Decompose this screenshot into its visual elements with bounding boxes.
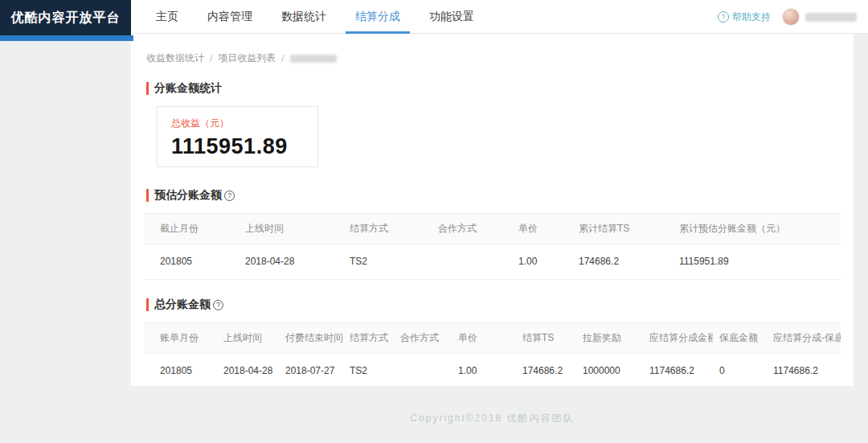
- cell-cooperation-method: [394, 354, 452, 387]
- section-title-estimated-split: 预估分账金额 ?: [144, 188, 841, 203]
- section-accent-bar: [146, 189, 149, 202]
- tab-function-settings[interactable]: 功能设置: [420, 0, 484, 34]
- cell-cooperation-method: [432, 244, 512, 280]
- col-header: 结算TS: [516, 323, 576, 354]
- col-header: 保底金额: [713, 323, 767, 354]
- cell-share-minus-guarantee: 1174686.2: [767, 354, 841, 387]
- cell-settlement-method: TS2: [343, 354, 394, 387]
- cell-online-time: 2018-04-28: [217, 354, 279, 387]
- col-header: 累计结算TS: [572, 214, 673, 244]
- breadcrumb-separator: /: [210, 53, 212, 64]
- tab-settlement-share[interactable]: 结算分成: [346, 0, 410, 34]
- section-title-total-split: 总分账金额 ?: [144, 297, 841, 312]
- total-revenue-card: 总收益（元） 1115951.89: [157, 106, 318, 167]
- table-row: 201805 2018-04-28 TS2 1.00 174686.2 1115…: [144, 244, 841, 280]
- cell-settlement-ts: 174686.2: [516, 354, 576, 387]
- cell-deadline-month: 201805: [144, 244, 239, 280]
- cell-cumulative-estimated-amount: 1115951.89: [673, 244, 841, 280]
- help-icon[interactable]: ?: [213, 300, 223, 310]
- cell-unit-price: 1.00: [452, 354, 516, 387]
- breadcrumb-item-project-revenue-list[interactable]: 项目收益列表: [218, 51, 276, 65]
- help-support-link[interactable]: ? 帮助支持: [718, 10, 771, 24]
- section-title-text: 总分账金额: [154, 297, 211, 312]
- table-header-row: 账单月份 上线时间 付费结束时间 结算方式 合作方式 单价 结算TS 拉新奖励 …: [144, 323, 841, 354]
- total-revenue-label: 总收益（元）: [171, 117, 304, 130]
- header-right: ? 帮助支持: [718, 0, 857, 34]
- help-support-label: 帮助支持: [732, 10, 771, 24]
- brand-logo[interactable]: 优酷内容开放平台: [0, 0, 131, 35]
- help-icon[interactable]: ?: [224, 191, 235, 201]
- section-title-text: 分账金额统计: [154, 81, 222, 96]
- footer-copyright: Copyright©2018 优酷内容团队: [131, 412, 854, 425]
- cell-settlement-method: TS2: [343, 244, 432, 280]
- estimated-split-table: 截止月份 上线时间 结算方式 合作方式 单价 累计结算TS 累计预估分账金额（元…: [144, 213, 841, 280]
- col-header: 账单月份: [144, 323, 217, 354]
- breadcrumb-item-revenue-stats[interactable]: 收益数据统计: [146, 51, 204, 65]
- brand-accent-strip: [0, 35, 133, 41]
- col-header: 应结算分成金额: [643, 323, 713, 354]
- cell-cumulative-ts: 174686.2: [572, 244, 673, 280]
- col-header: 上线时间: [239, 214, 343, 244]
- main-content-panel: 收益数据统计 / 项目收益列表 / 分账金额统计 总收益（元） 1115951.…: [131, 34, 854, 386]
- cell-pay-end-time: 2018-07-27: [279, 354, 343, 387]
- breadcrumb-separator: /: [281, 53, 284, 64]
- tab-home[interactable]: 主页: [146, 0, 188, 34]
- main-nav: 主页 内容管理 数据统计 结算分成 功能设置: [146, 0, 493, 34]
- breadcrumb: 收益数据统计 / 项目收益列表 /: [144, 51, 841, 65]
- col-header: 拉新奖励: [576, 323, 643, 354]
- username-redacted[interactable]: [805, 13, 857, 22]
- cell-bill-month: 201805: [144, 354, 217, 387]
- cell-new-user-reward: 1000000: [576, 354, 643, 387]
- col-header: 合作方式: [394, 323, 452, 354]
- col-header: 累计预估分账金额（元）: [673, 214, 841, 244]
- col-header: 应结算分成-保底金额: [767, 323, 841, 354]
- help-question-icon: ?: [718, 11, 729, 23]
- breadcrumb-item-redacted: [290, 55, 337, 63]
- col-header: 上线时间: [217, 323, 279, 354]
- col-header: 单价: [512, 214, 572, 244]
- table-header-row: 截止月份 上线时间 结算方式 合作方式 单价 累计结算TS 累计预估分账金额（元…: [144, 214, 841, 244]
- cell-online-time: 2018-04-28: [239, 244, 343, 280]
- cell-settlement-share-amount: 1174686.2: [643, 354, 713, 387]
- section-title-text: 预估分账金额: [154, 188, 222, 203]
- col-header: 付费结束时间: [279, 323, 343, 354]
- user-avatar[interactable]: [782, 8, 800, 26]
- table-row: 201805 2018-04-28 2018-07-27 TS2 1.00 17…: [144, 354, 841, 387]
- section-accent-bar: [146, 298, 149, 311]
- section-accent-bar: [146, 82, 149, 95]
- col-header: 单价: [452, 323, 516, 354]
- col-header: 截止月份: [144, 214, 239, 244]
- tab-content-management[interactable]: 内容管理: [198, 0, 262, 34]
- total-split-table: 账单月份 上线时间 付费结束时间 结算方式 合作方式 单价 结算TS 拉新奖励 …: [144, 322, 841, 386]
- tab-data-statistics[interactable]: 数据统计: [272, 0, 336, 34]
- section-title-split-amount-stats: 分账金额统计: [144, 81, 841, 96]
- total-revenue-value: 1115951.89: [171, 134, 304, 159]
- cell-guarantee-amount: 0: [713, 354, 767, 387]
- col-header: 结算方式: [343, 214, 432, 244]
- cell-unit-price: 1.00: [512, 244, 572, 280]
- col-header: 结算方式: [343, 323, 394, 354]
- col-header: 合作方式: [432, 214, 512, 244]
